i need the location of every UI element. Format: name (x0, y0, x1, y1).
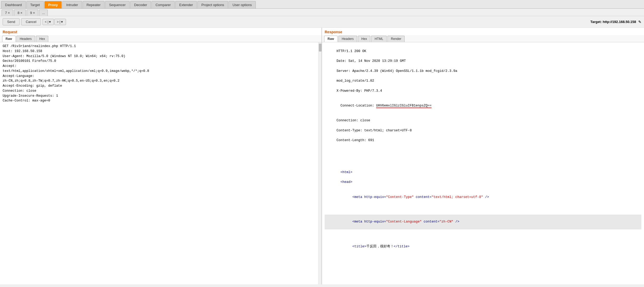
response-tab-headers[interactable]: Headers (338, 36, 357, 42)
request-tab-hex[interactable]: Hex (36, 36, 48, 42)
sub-tab-8[interactable]: 8 × (14, 10, 26, 16)
title-content: 千反田，很好奇！ (366, 245, 394, 248)
sub-tab-7[interactable]: 7 × (2, 10, 13, 16)
response-title: Response (322, 28, 644, 35)
nav-tab-intruder[interactable]: Intruder (62, 1, 82, 8)
cancel-button[interactable]: Cancel (21, 18, 41, 25)
connect-location-key: Connect-Location: (340, 104, 376, 108)
title-line: <title>千反田，很好奇！</title> (325, 240, 410, 253)
response-connect-location-line: Connect-Location: UHV6emxlIGlzIGluIFB1en… (325, 104, 432, 113)
request-title: Request (0, 28, 321, 35)
meta2-content-val: "zh-CN" (439, 220, 453, 224)
nav-arrows: < |▼ > |▼ (42, 19, 66, 25)
nav-tab-extender[interactable]: Extender (175, 1, 197, 8)
sub-tabs: 7 × 8 × 9 × ... (0, 9, 644, 16)
nav-tab-comparer[interactable]: Comparer (151, 1, 175, 8)
response-panel: Response Raw Headers Hex HTML Render HTT… (322, 28, 644, 284)
meta2-end: /> (453, 220, 460, 224)
meta2-attr-name1: http-equiv= (364, 220, 386, 224)
nav-tab-proxy[interactable]: Proxy (44, 1, 62, 8)
response-content-type: Content-Type: text/html; charset=UTF-8 (337, 129, 412, 132)
head-open-tag: <head> (340, 180, 352, 184)
request-tab-raw[interactable]: Raw (2, 36, 16, 42)
response-tab-render[interactable]: Render (387, 36, 405, 42)
toolbar: Send Cancel < |▼ > |▼ Target: http://192… (0, 16, 644, 28)
nav-tab-target[interactable]: Target (26, 1, 44, 8)
response-connection: Connection: close (337, 119, 370, 122)
meta2-line-highlighted: <meta http-equiv="Content-Language" cont… (325, 215, 641, 229)
response-date: Date: Sat, 14 Nov 2020 13:29:19 GMT (337, 59, 406, 63)
response-body: <html> <head> <meta http-equiv="Content-… (325, 165, 641, 259)
meta1-end: /> (483, 195, 489, 199)
response-tab-html[interactable]: HTML (371, 36, 387, 42)
target-label: Target: http://192.168.50.158 (590, 20, 636, 24)
response-mod-log: mod_log_rotate/1.02 (337, 79, 374, 83)
request-scrollbar-thumb (319, 44, 321, 52)
meta2-content-name: content= (422, 220, 440, 224)
title-open-tag: <title> (352, 245, 366, 248)
sub-tab-9[interactable]: 9 × (27, 10, 38, 16)
response-server: Server: Apache/2.4.39 (Win64) OpenSSL/1.… (337, 69, 457, 73)
nav-tab-dashboard[interactable]: Dashboard (1, 1, 26, 8)
response-x-powered-by: X-Powered-By: PHP/7.3.4 (337, 89, 382, 93)
nav-tab-repeater[interactable]: Repeater (83, 1, 105, 8)
nav-forward-button[interactable]: > |▼ (54, 19, 66, 25)
request-panel: Request Raw Headers Hex GET /Riv3r1and/r… (0, 28, 322, 284)
request-tabs: Raw Headers Hex (0, 35, 321, 42)
sub-tab-ellipsis[interactable]: ... (39, 10, 48, 16)
request-scrollbar[interactable] (318, 42, 321, 284)
meta1-open: <meta (352, 195, 364, 199)
response-content-length: Content-Length: 691 (337, 138, 374, 142)
response-content[interactable]: HTTP/1.1 200 OK Date: Sat, 14 Nov 2020 1… (322, 42, 644, 284)
connect-location-value: UHV6emxlIGlzIGluIFB1enpsZQ== (376, 104, 432, 108)
send-button[interactable]: Send (3, 18, 20, 25)
response-tab-raw[interactable]: Raw (324, 36, 338, 42)
html-open-tag: <html> (340, 170, 352, 174)
title-close-tag: </title> (394, 245, 410, 248)
toolbar-left: Send Cancel < |▼ > |▼ (3, 18, 66, 25)
request-content[interactable]: GET /Riv3r1and/realindex.php HTTP/1.1 Ho… (0, 42, 318, 284)
meta1-content-val: "text/html; charset=utf-8" (432, 195, 483, 199)
edit-target-icon[interactable]: ✎ (638, 20, 641, 24)
nav-tab-project-options[interactable]: Project options (197, 1, 228, 8)
meta2-attr-val1: "Content-Language" (386, 220, 422, 224)
nav-tab-user-options[interactable]: User options (229, 1, 256, 8)
response-tab-hex[interactable]: Hex (358, 36, 370, 42)
response-status: HTTP/1.1 200 OK (337, 49, 366, 53)
meta1-attr-val1: "Content-Type" (386, 195, 414, 199)
nav-back-button[interactable]: < |▼ (42, 19, 54, 25)
meta2-open: <meta (352, 220, 364, 224)
target-info: Target: http://192.168.50.158 ✎ (590, 20, 641, 24)
meta1-line: <meta http-equiv="Content-Type" content=… (325, 190, 489, 204)
nav-tab-sequencer[interactable]: Sequencer (105, 1, 130, 8)
request-tab-headers[interactable]: Headers (16, 36, 35, 42)
nav-tab-decoder[interactable]: Decoder (130, 1, 151, 8)
meta1-content-name: content= (414, 195, 432, 199)
response-tabs: Raw Headers Hex HTML Render (322, 35, 644, 42)
meta1-attr-name1: http-equiv= (364, 195, 386, 199)
top-nav: Dashboard Target Proxy Intruder Repeater… (0, 0, 644, 9)
main-content: Request Raw Headers Hex GET /Riv3r1and/r… (0, 28, 644, 284)
